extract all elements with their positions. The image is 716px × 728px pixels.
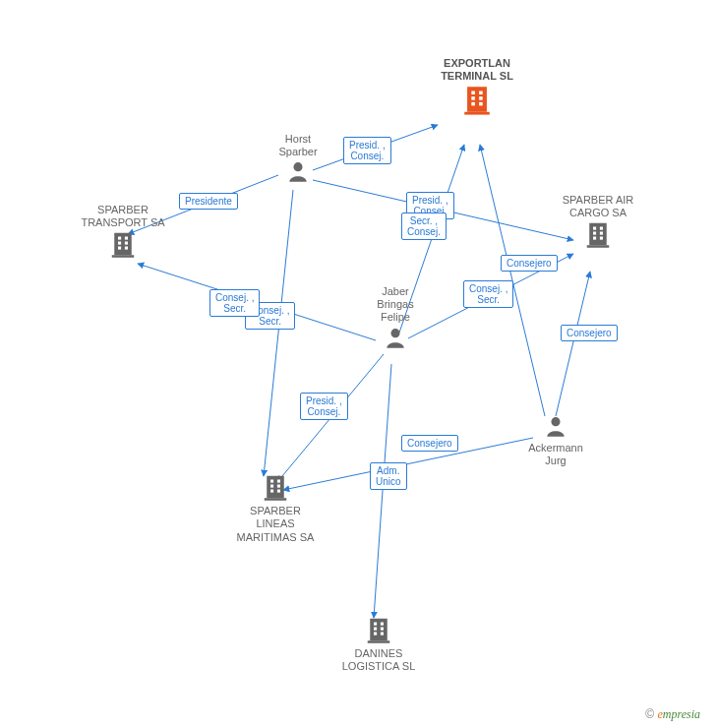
svg-rect-46 bbox=[381, 623, 384, 626]
footer-brand-rest: mpresia bbox=[663, 707, 700, 721]
edge-label: Consej. , Secr. bbox=[463, 280, 513, 308]
node-horst-sparber[interactable]: Horst Sparber bbox=[259, 133, 337, 188]
svg-rect-18 bbox=[479, 102, 483, 106]
svg-rect-45 bbox=[374, 623, 377, 626]
svg-point-52 bbox=[293, 162, 302, 171]
svg-rect-36 bbox=[267, 476, 284, 499]
edge-label: Consejero bbox=[401, 435, 458, 452]
svg-rect-40 bbox=[277, 485, 280, 488]
node-sparber-air-cargo[interactable]: SPARBER AIR CARGO SA bbox=[549, 194, 647, 253]
svg-point-53 bbox=[390, 329, 399, 337]
svg-rect-37 bbox=[270, 480, 273, 483]
svg-rect-34 bbox=[600, 237, 603, 240]
svg-rect-15 bbox=[471, 97, 475, 101]
svg-rect-48 bbox=[381, 628, 384, 631]
svg-rect-43 bbox=[265, 498, 287, 501]
building-icon bbox=[108, 229, 138, 259]
svg-rect-38 bbox=[277, 480, 280, 483]
copyright-symbol: © bbox=[645, 707, 657, 721]
node-label: SPARBER TRANSPORT SA bbox=[74, 204, 172, 229]
edge-label: Adm. Unico bbox=[370, 462, 407, 490]
node-label: DANINES LOGISTICA SL bbox=[329, 647, 428, 673]
svg-rect-27 bbox=[112, 256, 135, 259]
svg-rect-39 bbox=[270, 485, 273, 488]
person-icon bbox=[543, 413, 568, 439]
svg-rect-42 bbox=[277, 490, 280, 493]
person-icon bbox=[383, 325, 408, 350]
edge-label: Presidente bbox=[179, 193, 238, 210]
svg-rect-30 bbox=[600, 227, 603, 230]
svg-point-54 bbox=[551, 417, 560, 426]
svg-rect-14 bbox=[479, 91, 483, 95]
svg-rect-25 bbox=[118, 247, 121, 250]
node-exportlan[interactable]: EXPORTLAN TERMINAL SL bbox=[428, 57, 526, 120]
node-label: EXPORTLAN TERMINAL SL bbox=[428, 57, 526, 83]
svg-line-10 bbox=[556, 272, 590, 416]
building-icon bbox=[261, 472, 290, 502]
svg-rect-28 bbox=[589, 223, 607, 246]
node-jaber-bringas[interactable]: Jaber Bringas Felipe bbox=[356, 285, 435, 353]
svg-rect-24 bbox=[125, 242, 128, 245]
svg-rect-35 bbox=[587, 246, 610, 249]
node-label: SPARBER AIR CARGO SA bbox=[549, 194, 647, 219]
edge-label: Presid. , Consej. bbox=[300, 393, 348, 420]
svg-rect-32 bbox=[600, 232, 603, 235]
svg-rect-20 bbox=[114, 233, 132, 256]
node-sparber-lineas[interactable]: SPARBER LINEAS MARITIMAS SA bbox=[226, 472, 325, 544]
edge-label: Presid. , Consej. bbox=[343, 137, 391, 164]
svg-rect-21 bbox=[118, 237, 121, 240]
svg-rect-12 bbox=[467, 88, 487, 113]
svg-rect-44 bbox=[370, 619, 388, 641]
edge-label: Consejero bbox=[501, 255, 558, 272]
svg-rect-16 bbox=[479, 97, 483, 101]
svg-line-8 bbox=[374, 364, 391, 618]
svg-rect-31 bbox=[593, 232, 596, 235]
svg-rect-41 bbox=[270, 490, 273, 493]
node-ackermann-jurg[interactable]: Ackermann Jurg bbox=[511, 413, 600, 468]
svg-rect-33 bbox=[593, 237, 596, 240]
building-icon bbox=[583, 219, 613, 249]
node-danines[interactable]: DANINES LOGISTICA SL bbox=[329, 615, 428, 674]
svg-rect-23 bbox=[118, 242, 121, 245]
svg-rect-22 bbox=[125, 237, 128, 240]
svg-rect-49 bbox=[374, 633, 377, 636]
node-label: Ackermann Jurg bbox=[511, 442, 600, 467]
node-label: Horst Sparber bbox=[259, 133, 337, 158]
copyright-footer: © empresia bbox=[645, 707, 700, 722]
node-sparber-transport[interactable]: SPARBER TRANSPORT SA bbox=[74, 204, 172, 263]
svg-rect-51 bbox=[368, 640, 390, 643]
svg-rect-17 bbox=[471, 102, 475, 106]
svg-rect-13 bbox=[471, 91, 475, 95]
person-icon bbox=[285, 158, 311, 184]
building-icon bbox=[364, 615, 393, 644]
edge-label: Consejero bbox=[561, 325, 618, 341]
edge-label: Consej. , Secr. bbox=[209, 289, 260, 317]
svg-rect-19 bbox=[464, 112, 490, 115]
svg-line-3 bbox=[264, 190, 293, 476]
building-icon bbox=[460, 83, 494, 116]
svg-rect-26 bbox=[125, 247, 128, 250]
node-label: Jaber Bringas Felipe bbox=[356, 285, 435, 325]
edge-label: Secr. , Consej. bbox=[401, 212, 447, 240]
svg-rect-47 bbox=[374, 628, 377, 631]
network-diagram: EXPORTLAN TERMINAL SL SPARBER TRANSPORT … bbox=[0, 0, 716, 728]
node-label: SPARBER LINEAS MARITIMAS SA bbox=[226, 505, 325, 544]
svg-rect-50 bbox=[381, 633, 384, 636]
svg-rect-29 bbox=[593, 227, 596, 230]
